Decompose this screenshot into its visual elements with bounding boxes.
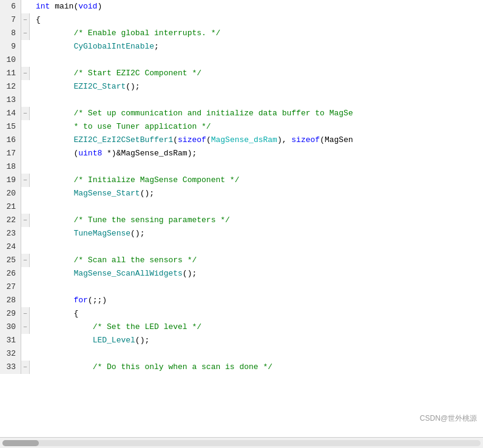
line-content [30,53,483,67]
line-content: /* Scan all the sensors */ [30,254,483,267]
line-number: 10 [0,53,21,67]
code-line: 11− /* Start EZI2C Component */ [0,67,483,80]
line-number: 27 [0,280,21,294]
line-number: 21 [0,200,21,214]
line-content: TuneMagSense(); [30,227,483,240]
code-line: 23 TuneMagSense(); [0,227,483,240]
line-content: /* Set up communication and initialize d… [30,107,483,120]
code-line: 24 [0,240,483,254]
line-number: 28 [0,294,21,307]
line-content: /* Enable global interrupts. */ [30,27,483,40]
line-gutter[interactable]: − [21,13,30,27]
code-line: 10 [0,53,483,67]
line-content [30,200,483,214]
code-line: 18 [0,160,483,174]
line-content: for(;;) [30,294,483,307]
line-gutter[interactable]: − [21,307,30,321]
horizontal-scrollbar[interactable] [0,437,483,448]
line-number: 31 [0,334,21,347]
line-content: { [30,307,483,321]
code-line: 28 for(;;) [0,294,483,307]
code-line: 22− /* Tune the sensing parameters */ [0,214,483,227]
code-line: 20 MagSense_Start(); [0,187,483,200]
code-editor: 6int main(void)7−{8− /* Enable global in… [0,0,483,437]
code-line: 15 * to use Tuner application */ [0,120,483,134]
code-line: 13 [0,93,483,107]
line-content: /* Tune the sensing parameters */ [30,214,483,227]
line-gutter[interactable]: − [21,107,30,120]
line-content: /* Set the LED level */ [30,321,483,334]
watermark: CSDN@世外桃源 [420,413,477,424]
line-number: 32 [0,347,21,361]
line-content [30,160,483,174]
code-line: 16 EZI2C_EzI2CSetBuffer1(sizeof(MagSense… [0,134,483,147]
scrollbar-thumb[interactable] [2,440,39,446]
line-content: MagSense_Start(); [30,187,483,200]
line-content [30,240,483,254]
line-number: 25 [0,254,21,267]
line-content: /* Initialize MagSense Component */ [30,174,483,187]
line-number: 19 [0,174,21,187]
line-number: 17 [0,147,21,160]
code-line: 9 CyGlobalIntEnable; [0,40,483,53]
code-line: 14− /* Set up communication and initiali… [0,107,483,120]
code-line: 30− /* Set the LED level */ [0,321,483,334]
line-content: * to use Tuner application */ [30,120,483,134]
line-number: 23 [0,227,21,240]
code-line: 17 (uint8 *)&MagSense_dsRam); [0,147,483,160]
line-content: EZI2C_EzI2CSetBuffer1(sizeof(MagSense_ds… [30,134,483,147]
line-gutter[interactable]: − [21,174,30,187]
line-number: 9 [0,40,21,53]
line-number: 8 [0,27,21,40]
line-content: /* Start EZI2C Component */ [30,67,483,80]
line-number: 26 [0,267,21,280]
line-number: 13 [0,93,21,107]
code-line: 8− /* Enable global interrupts. */ [0,27,483,40]
line-gutter[interactable]: − [21,27,30,40]
line-content [30,280,483,294]
line-number: 24 [0,240,21,254]
code-line: 29− { [0,307,483,321]
line-number: 14 [0,107,21,120]
line-content: /* Do this only when a scan is done */ [30,361,483,374]
code-line: 12 EZI2C_Start(); [0,80,483,93]
code-line: 6int main(void) [0,0,483,13]
line-content: CyGlobalIntEnable; [30,40,483,53]
line-number: 12 [0,80,21,93]
code-line: 32 [0,347,483,361]
code-line: 19− /* Initialize MagSense Component */ [0,174,483,187]
line-number: 6 [0,0,21,13]
line-number: 29 [0,307,21,321]
line-gutter[interactable]: − [21,361,30,374]
line-number: 11 [0,67,21,80]
line-gutter[interactable]: − [21,214,30,227]
line-content [30,93,483,107]
line-number: 22 [0,214,21,227]
line-gutter[interactable]: − [21,321,30,334]
line-number: 7 [0,13,21,27]
code-line: 26 MagSense_ScanAllWidgets(); [0,267,483,280]
line-content: { [30,13,483,27]
line-content: int main(void) [30,0,483,13]
code-line: 27 [0,280,483,294]
line-content: MagSense_ScanAllWidgets(); [30,267,483,280]
line-number: 20 [0,187,21,200]
line-content: EZI2C_Start(); [30,80,483,93]
line-content: (uint8 *)&MagSense_dsRam); [30,147,483,160]
line-number: 16 [0,134,21,147]
line-number: 18 [0,160,21,174]
line-number: 15 [0,120,21,134]
line-number: 30 [0,321,21,334]
code-line: 25− /* Scan all the sensors */ [0,254,483,267]
line-content: LED_Level(); [30,334,483,347]
code-line: 7−{ [0,13,483,27]
line-gutter[interactable]: − [21,254,30,267]
line-gutter[interactable]: − [21,67,30,80]
code-line: 33− /* Do this only when a scan is done … [0,361,483,374]
code-line: 21 [0,200,483,214]
scrollbar-track[interactable] [2,440,481,446]
line-number: 33 [0,361,21,374]
code-line: 31 LED_Level(); [0,334,483,347]
line-content [30,347,483,361]
